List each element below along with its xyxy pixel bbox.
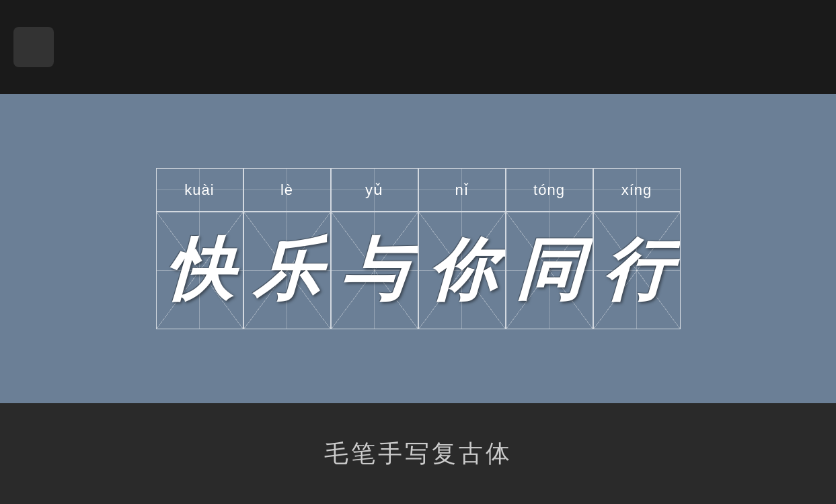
- char-cell-2: 与: [331, 212, 418, 329]
- pinyin-label-5: xíng: [621, 181, 652, 199]
- bottom-bar: 毛笔手写复古体: [0, 403, 836, 504]
- font-name-label: 毛笔手写复古体: [324, 437, 512, 470]
- pinyin-cell-5: xíng: [593, 168, 681, 212]
- main-display-area: kuài lè yǔ nǐ tóng xíng 快 乐: [0, 94, 836, 403]
- pinyin-cell-1: lè: [243, 168, 331, 212]
- pinyin-label-1: lè: [280, 181, 293, 199]
- char-cell-5: 行: [593, 212, 681, 329]
- char-cell-4: 同: [506, 212, 593, 329]
- pinyin-cell-3: nǐ: [418, 168, 506, 212]
- chinese-char-0: 快: [165, 237, 234, 304]
- char-cell-1: 乐: [243, 212, 331, 329]
- char-cell-0: 快: [156, 212, 243, 329]
- pinyin-cell-2: yǔ: [331, 168, 418, 212]
- pinyin-label-2: yǔ: [365, 181, 383, 199]
- chinese-char-3: 你: [427, 237, 496, 304]
- pinyin-label-0: kuài: [184, 181, 214, 199]
- char-cell-3: 你: [418, 212, 506, 329]
- chinese-char-2: 与: [340, 237, 409, 304]
- pinyin-cell-0: kuài: [156, 168, 243, 212]
- chinese-char-5: 行: [602, 237, 671, 304]
- pinyin-row: kuài lè yǔ nǐ tóng xíng: [156, 168, 681, 212]
- pinyin-label-4: tóng: [533, 181, 565, 199]
- top-bar: [0, 0, 836, 94]
- pinyin-cell-4: tóng: [506, 168, 593, 212]
- chinese-row: 快 乐 与 你 同 行: [156, 212, 681, 329]
- pinyin-label-3: nǐ: [455, 181, 468, 199]
- chinese-char-1: 乐: [252, 237, 321, 304]
- app-icon: [13, 27, 54, 67]
- chinese-char-4: 同: [515, 237, 584, 304]
- character-grid: kuài lè yǔ nǐ tóng xíng 快 乐: [156, 168, 681, 329]
